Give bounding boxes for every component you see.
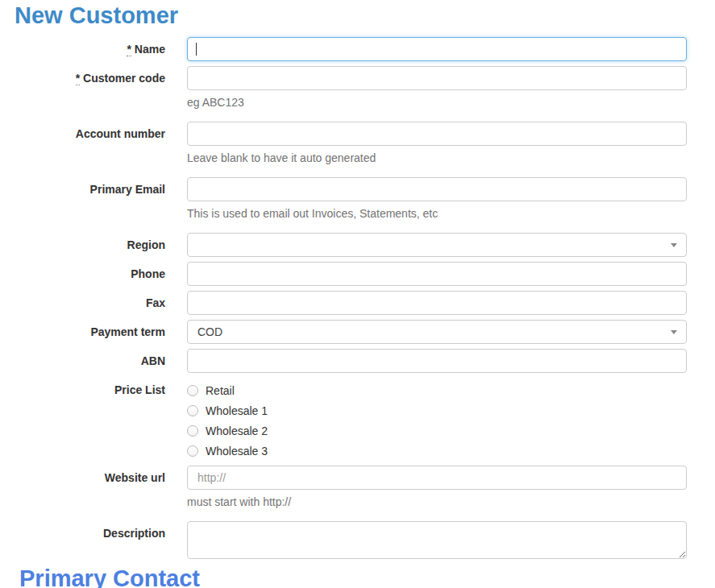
name-control [187,37,687,61]
radio-button-icon[interactable] [187,405,198,416]
phone-field-row: Phone [0,262,715,286]
primary-email-helper: This is used to email out Invoices, Stat… [187,207,687,220]
account-number-input[interactable] [187,122,687,146]
customer-code-field-row: *Customer code eg ABC123 [0,66,715,117]
region-label: Region [0,233,165,257]
price-list-control: Retail Wholesale 1 Wholesale 2 Wholesale… [187,378,687,461]
region-select[interactable] [187,233,687,257]
radio-option-label: Retail [206,384,235,397]
price-list-label: Price List [0,378,165,461]
primary-email-field-row: Primary Email This is used to email out … [0,177,715,228]
name-label-text: Name [135,43,165,56]
region-select-wrap [187,233,687,257]
payment-term-control: COD [187,320,687,344]
account-number-control: Leave blank to have it auto generated [187,122,687,172]
account-number-label: Account number [0,122,165,172]
price-list-radio-group: Retail Wholesale 1 Wholesale 2 Wholesale… [187,378,687,461]
page-title: New Customer [0,0,715,29]
region-control [187,233,687,257]
account-number-field-row: Account number Leave blank to have it au… [0,122,715,172]
primary-email-input[interactable] [187,177,687,201]
website-url-input[interactable] [187,466,687,490]
radio-button-icon[interactable] [187,445,198,457]
new-customer-form: *Name *Customer code eg ABC123 Account n… [0,37,715,559]
radio-option-retail[interactable]: Retail [187,380,687,400]
abn-field-row: ABN [0,349,715,373]
radio-option-wholesale-3[interactable]: Wholesale 3 [187,441,687,461]
radio-option-wholesale-1[interactable]: Wholesale 1 [187,400,687,420]
payment-term-label-text: Payment term [90,325,165,338]
phone-control [187,262,687,286]
radio-button-icon[interactable] [187,425,198,437]
customer-code-label: *Customer code [0,66,165,117]
primary-email-control: This is used to email out Invoices, Stat… [187,177,687,228]
region-field-row: Region [0,233,715,257]
phone-label: Phone [0,262,165,286]
radio-option-wholesale-2[interactable]: Wholesale 2 [187,420,687,441]
account-number-label-text: Account number [76,127,165,140]
description-textarea[interactable] [187,521,687,559]
radio-option-label: Wholesale 2 [206,424,268,437]
abn-input[interactable] [187,349,687,373]
abn-control [187,349,687,373]
radio-button-icon[interactable] [187,385,198,396]
website-url-control: must start with http:// [187,466,687,516]
description-control [187,521,687,559]
payment-term-select-wrap: COD [187,320,687,344]
required-asterisk: * [127,43,131,56]
price-list-label-text: Price List [114,383,165,396]
payment-term-field-row: Payment term COD [0,320,715,344]
fax-label: Fax [0,291,165,315]
name-label: *Name [0,37,165,61]
description-label: Description [0,521,165,559]
fax-label-text: Fax [146,296,165,309]
payment-term-select[interactable]: COD [187,320,687,344]
fax-control [187,291,687,315]
fax-field-row: Fax [0,291,715,315]
price-list-field-row: Price List Retail Wholesale 1 Wholesale … [0,378,715,461]
radio-option-label: Wholesale 3 [206,445,268,458]
region-label-text: Region [127,238,165,251]
customer-code-label-text: Customer code [83,72,165,85]
phone-input[interactable] [187,262,687,286]
abn-label: ABN [0,349,165,373]
name-input[interactable] [187,37,687,61]
phone-label-text: Phone [131,267,165,280]
customer-code-control: eg ABC123 [187,66,687,117]
primary-email-label: Primary Email [0,177,165,228]
section-title-primary-contact: Primary Contact [19,565,715,588]
customer-code-helper: eg ABC123 [187,96,687,109]
text-cursor [196,43,197,56]
description-field-row: Description [0,521,715,559]
website-url-label: Website url [0,466,165,516]
description-label-text: Description [103,527,165,540]
payment-term-label: Payment term [0,320,165,344]
fax-input[interactable] [187,291,687,315]
account-number-helper: Leave blank to have it auto generated [187,151,687,164]
website-url-helper: must start with http:// [187,495,687,508]
primary-email-label-text: Primary Email [90,183,165,196]
website-url-field-row: Website url must start with http:// [0,466,715,516]
customer-code-input[interactable] [187,66,687,90]
required-asterisk: * [76,72,80,85]
website-url-label-text: Website url [105,471,165,484]
radio-option-label: Wholesale 1 [206,404,268,417]
name-field-row: *Name [0,37,715,61]
abn-label-text: ABN [141,354,165,367]
